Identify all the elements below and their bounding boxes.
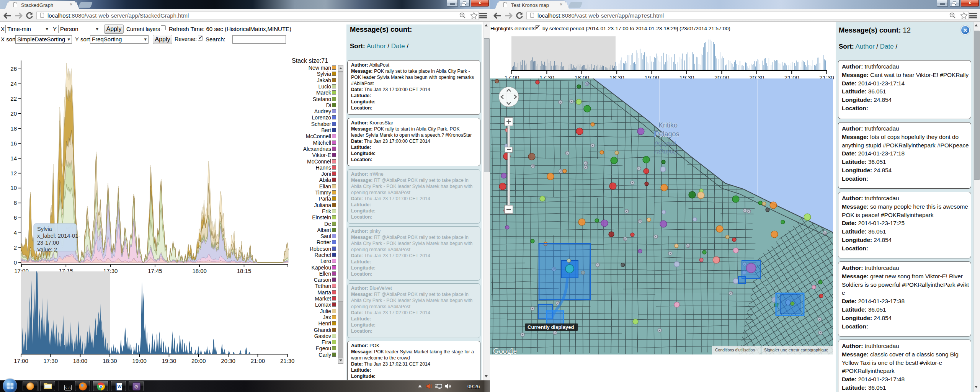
svg-text:17:30: 17:30	[44, 358, 58, 364]
svg-text:21:00: 21:00	[251, 358, 265, 364]
svg-text:Pelagos: Pelagos	[654, 130, 679, 138]
svg-text:18:00: 18:00	[73, 358, 88, 364]
svg-text:0: 0	[14, 259, 17, 266]
svg-text:12: 12	[10, 170, 17, 176]
svg-text:14: 14	[10, 155, 17, 162]
svg-text:22: 22	[10, 95, 17, 102]
svg-text:20:00: 20:00	[191, 358, 206, 364]
svg-text:17:00: 17:00	[14, 358, 28, 364]
svg-text:20: 20	[10, 110, 17, 117]
svg-text:24: 24	[10, 80, 17, 87]
svg-text:18:30: 18:30	[103, 358, 117, 364]
svg-text:26: 26	[10, 65, 17, 72]
svg-text:18: 18	[10, 125, 17, 132]
svg-text:Currently displayed: Currently displayed	[528, 324, 574, 330]
svg-text:10: 10	[10, 185, 17, 191]
svg-text:Kritiko: Kritiko	[658, 121, 678, 129]
svg-text:19:30: 19:30	[162, 358, 176, 364]
svg-text:(Κρητικό: (Κρητικό	[655, 140, 676, 147]
svg-text:Πέλαγος): Πέλαγος)	[654, 148, 678, 155]
svg-text:8: 8	[14, 199, 17, 206]
svg-text:Conditions d'utilisation: Conditions d'utilisation	[715, 348, 755, 352]
svg-text:4: 4	[14, 229, 17, 236]
svg-text:18:00: 18:00	[192, 268, 207, 274]
svg-text:Signaler une erreur cartograph: Signaler une erreur cartographique	[764, 348, 828, 352]
svg-text:21:30: 21:30	[280, 358, 295, 364]
svg-text:x_label: 2014-01-: x_label: 2014-01-	[37, 233, 80, 239]
svg-text:Value: 2: Value: 2	[37, 247, 57, 253]
svg-text:19:00: 19:00	[132, 358, 147, 364]
svg-text:16: 16	[10, 140, 17, 147]
svg-text:23-17:00: 23-17:00	[37, 240, 59, 246]
svg-text:6: 6	[14, 214, 17, 221]
svg-text:Google: Google	[493, 346, 517, 354]
svg-text:Sylvia: Sylvia	[37, 226, 52, 232]
svg-text:2: 2	[14, 244, 17, 251]
svg-text:17:45: 17:45	[148, 268, 162, 274]
svg-text:20:30: 20:30	[221, 358, 235, 364]
